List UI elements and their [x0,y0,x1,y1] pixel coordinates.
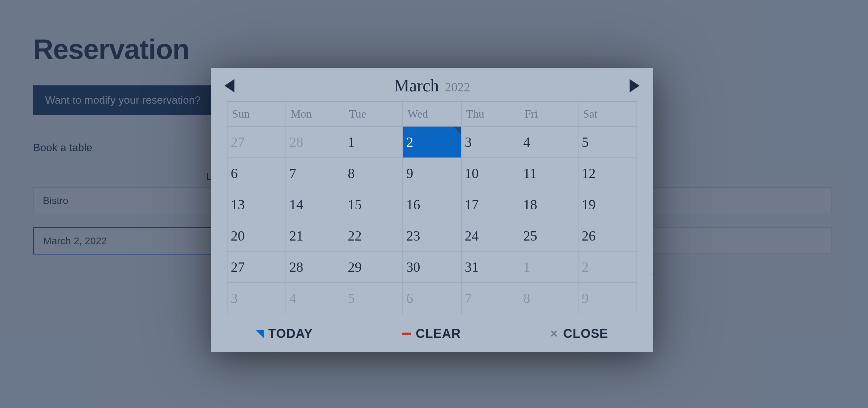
today-button[interactable]: TODAY [256,327,313,341]
calendar-day[interactable]: 16 [403,189,461,220]
calendar-day[interactable]: 11 [520,158,578,189]
calendar-day[interactable]: 30 [403,252,461,283]
calendar-day[interactable]: 7 [286,158,344,189]
calendar-day[interactable]: 26 [578,220,637,252]
modify-reservation-banner[interactable]: Want to modify your reservation? [33,85,213,115]
clear-button[interactable]: CLEAR [402,327,461,341]
datepicker-year: 2022 [445,80,470,94]
weekday-header: Mon [286,102,344,126]
close-icon: ✕ [550,329,559,339]
weekday-header: Sun [227,102,286,126]
calendar-day[interactable]: 9 [578,283,637,314]
close-button-label: CLOSE [563,327,608,341]
today-icon [256,330,264,338]
calendar-day[interactable]: 8 [344,158,403,189]
today-button-label: TODAY [268,327,313,341]
clear-icon [402,332,411,335]
calendar-day[interactable]: 29 [344,252,403,283]
clear-button-label: CLEAR [416,327,461,341]
calendar-day[interactable]: 27 [227,126,286,158]
calendar-day[interactable]: 23 [403,220,461,252]
page-title: Reservation [33,33,835,65]
weekday-header: Tue [344,102,403,126]
calendar-day[interactable]: 20 [227,220,286,252]
calendar-day[interactable]: 6 [403,283,461,314]
calendar-day[interactable]: 5 [344,283,403,314]
calendar-day[interactable]: 18 [520,189,578,220]
calendar-day[interactable]: 10 [461,158,520,189]
calendar-day[interactable]: 7 [461,283,520,314]
calendar-day[interactable]: 4 [286,283,344,314]
datepicker-title[interactable]: March 2022 [394,76,470,95]
weekday-header: Fri [520,102,578,126]
calendar-day[interactable]: 13 [227,189,286,220]
weekday-header: Thu [461,102,520,126]
calendar-day[interactable]: 22 [344,220,403,252]
calendar-day[interactable]: 9 [403,158,461,189]
datepicker-header: March 2022 [211,68,653,101]
calendar-day[interactable]: 5 [578,126,637,158]
calendar-day[interactable]: 4 [520,126,578,158]
calendar-day[interactable]: 12 [578,158,637,189]
calendar-day[interactable]: 27 [227,252,286,283]
next-month-icon[interactable] [629,79,640,92]
datepicker-footer: TODAY CLEAR ✕ CLOSE [211,314,653,352]
calendar-day[interactable]: 1 [344,126,403,158]
calendar-day[interactable]: 17 [461,189,520,220]
weekday-header: Sat [578,102,637,126]
calendar-day[interactable]: 14 [286,189,344,220]
calendar-day[interactable]: 25 [520,220,578,252]
calendar-day[interactable]: 3 [461,126,520,158]
calendar-day[interactable]: 31 [461,252,520,283]
calendar-day[interactable]: 15 [344,189,403,220]
calendar-day[interactable]: 21 [286,220,344,252]
calendar-day[interactable]: 6 [227,158,286,189]
calendar-day[interactable]: 28 [286,126,344,158]
weekday-header: Wed [403,102,461,126]
prev-month-icon[interactable] [224,79,235,92]
calendar-day[interactable]: 19 [578,189,637,220]
calendar-day[interactable]: 28 [286,252,344,283]
datepicker: March 2022 SunMonTueWedThuFriSat 2728123… [211,68,653,352]
calendar-day[interactable]: 24 [461,220,520,252]
calendar-day[interactable]: 2 [403,126,461,158]
datepicker-grid: SunMonTueWedThuFriSat 272812345678910111… [227,101,637,314]
calendar-day[interactable]: 3 [227,283,286,314]
datepicker-month: March [394,76,439,95]
calendar-day[interactable]: 8 [520,283,578,314]
calendar-day[interactable]: 2 [578,252,637,283]
calendar-day[interactable]: 1 [520,252,578,283]
close-button[interactable]: ✕ CLOSE [550,327,608,341]
